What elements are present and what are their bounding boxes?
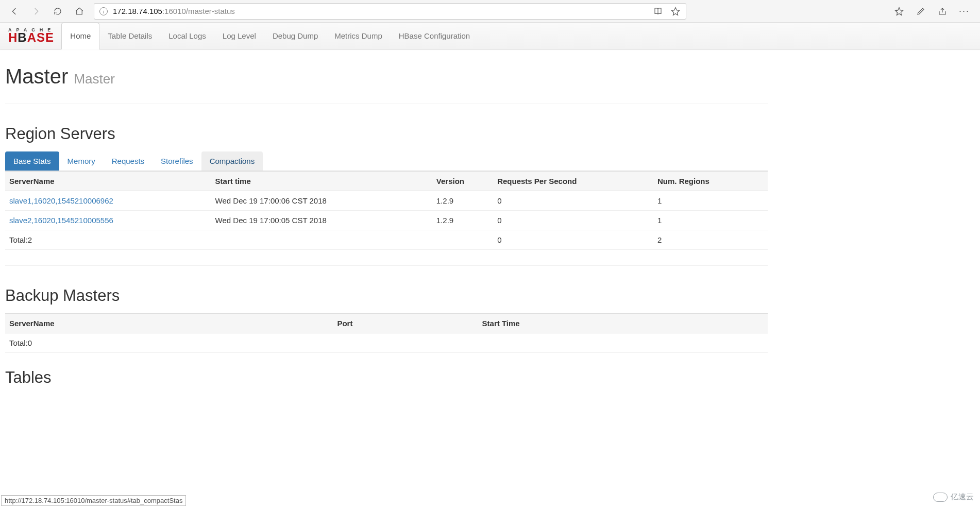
region-servers-section: Region Servers Base Stats Memory Request… bbox=[5, 125, 768, 250]
nav-item-local-logs[interactable]: Local Logs bbox=[160, 23, 214, 49]
nav-item-metrics-dump[interactable]: Metrics Dump bbox=[326, 23, 391, 49]
cell-version: 1.2.9 bbox=[432, 211, 493, 230]
col-starttime: Start time bbox=[211, 172, 432, 191]
cell-start: Wed Dec 19 17:00:05 CST 2018 bbox=[211, 211, 432, 230]
favorites-icon[interactable] bbox=[894, 6, 904, 16]
col-bm-starttime: Start Time bbox=[478, 314, 768, 333]
tab-memory[interactable]: Memory bbox=[59, 151, 104, 171]
notes-icon[interactable] bbox=[916, 6, 926, 16]
region-servers-title: Region Servers bbox=[5, 125, 768, 143]
tab-compactions[interactable]: Compactions bbox=[201, 151, 263, 171]
page-title: Master Master bbox=[5, 65, 768, 93]
nav-item-table-details[interactable]: Table Details bbox=[99, 23, 160, 49]
logo-hbase-label: HBASE bbox=[8, 31, 55, 44]
table-row: slave1,16020,1545210006962 Wed Dec 19 17… bbox=[5, 191, 768, 211]
cell-version: 1.2.9 bbox=[432, 191, 493, 211]
tables-title: Tables bbox=[5, 368, 768, 387]
server-link-slave2[interactable]: slave2,16020,1545210005556 bbox=[9, 216, 113, 225]
col-rps: Requests Per Second bbox=[493, 172, 653, 191]
cell-total-label: Total:2 bbox=[5, 230, 211, 250]
nav-item-log-level[interactable]: Log Level bbox=[214, 23, 264, 49]
divider bbox=[5, 104, 768, 104]
divider bbox=[5, 265, 768, 266]
server-link-slave1[interactable]: slave1,16020,1545210006962 bbox=[9, 196, 113, 205]
tables-section: Tables bbox=[5, 368, 768, 387]
table-header-row: ServerName Port Start Time bbox=[5, 314, 768, 333]
page-content: Master Master Region Servers Base Stats … bbox=[0, 49, 773, 387]
col-regions: Num. Regions bbox=[653, 172, 768, 191]
reading-list-icon[interactable] bbox=[653, 6, 663, 16]
col-servername: ServerName bbox=[5, 172, 211, 191]
backup-masters-title: Backup Masters bbox=[5, 286, 768, 305]
backup-masters-table: ServerName Port Start Time Total:0 bbox=[5, 313, 768, 353]
cell-rps: 0 bbox=[493, 211, 653, 230]
address-host: 172.18.74.105 bbox=[113, 7, 162, 15]
col-bm-port: Port bbox=[333, 314, 478, 333]
back-icon[interactable] bbox=[9, 6, 20, 16]
address-bar[interactable]: i 172.18.74.105 :16010/master-status bbox=[94, 3, 686, 20]
tab-base-stats[interactable]: Base Stats bbox=[5, 151, 59, 171]
backup-masters-section: Backup Masters ServerName Port Start Tim… bbox=[5, 286, 768, 353]
refresh-icon[interactable] bbox=[53, 6, 63, 16]
home-icon[interactable] bbox=[74, 6, 85, 16]
cell-total-rps: 0 bbox=[493, 230, 653, 250]
table-total-row: Total:2 0 2 bbox=[5, 230, 768, 250]
hbase-navbar: APACHE HBASE Home Table Details Local Lo… bbox=[0, 23, 980, 49]
col-version: Version bbox=[432, 172, 493, 191]
tab-storefiles[interactable]: Storefiles bbox=[153, 151, 201, 171]
nav-item-home[interactable]: Home bbox=[61, 23, 99, 49]
favorite-star-icon[interactable] bbox=[670, 6, 681, 16]
region-servers-table: ServerName Start time Version Requests P… bbox=[5, 171, 768, 250]
site-info-icon[interactable]: i bbox=[99, 7, 108, 15]
nav-item-hbase-config[interactable]: HBase Configuration bbox=[391, 23, 478, 49]
page-title-main: Master bbox=[5, 65, 68, 88]
address-path: :16010/master-status bbox=[162, 7, 235, 15]
region-servers-tabs: Base Stats Memory Requests Storefiles Co… bbox=[5, 151, 768, 171]
share-icon[interactable] bbox=[937, 6, 948, 16]
browser-toolbar: i 172.18.74.105 :16010/master-status ··· bbox=[0, 0, 980, 23]
toolbar-right: ··· bbox=[894, 6, 970, 16]
cell-regions: 1 bbox=[653, 191, 768, 211]
cell-rps: 0 bbox=[493, 191, 653, 211]
table-header-row: ServerName Start time Version Requests P… bbox=[5, 172, 768, 191]
nav-item-debug-dump[interactable]: Debug Dump bbox=[264, 23, 326, 49]
tab-requests[interactable]: Requests bbox=[104, 151, 153, 171]
nav-items: Home Table Details Local Logs Log Level … bbox=[61, 23, 478, 49]
cell-regions: 1 bbox=[653, 211, 768, 230]
table-total-row: Total:0 bbox=[5, 333, 768, 353]
cell-total-regions: 2 bbox=[653, 230, 768, 250]
table-row: slave2,16020,1545210005556 Wed Dec 19 17… bbox=[5, 211, 768, 230]
col-bm-servername: ServerName bbox=[5, 314, 333, 333]
cell-start: Wed Dec 19 17:00:06 CST 2018 bbox=[211, 191, 432, 211]
forward-icon[interactable] bbox=[31, 6, 41, 16]
page-title-sub: Master bbox=[74, 71, 114, 87]
nav-controls bbox=[9, 6, 85, 16]
cell-bm-total: Total:0 bbox=[5, 333, 333, 353]
more-icon[interactable]: ··· bbox=[959, 6, 970, 16]
hbase-logo[interactable]: APACHE HBASE bbox=[6, 28, 57, 44]
